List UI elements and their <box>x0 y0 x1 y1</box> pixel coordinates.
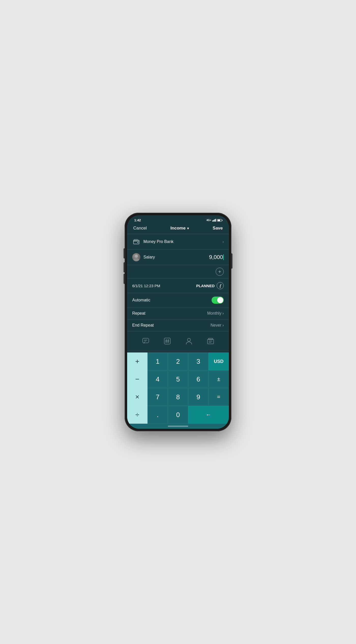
key-0[interactable]: 0 <box>168 406 188 424</box>
category-row[interactable]: Salary 9,000 <box>127 250 229 265</box>
battery-icon <box>217 219 222 222</box>
end-repeat-label: End Repeat <box>132 323 211 328</box>
svg-line-7 <box>166 339 166 343</box>
svg-rect-12 <box>207 339 214 344</box>
automatic-toggle[interactable] <box>212 297 224 304</box>
toggle-knob <box>217 297 223 303</box>
status-time: 1:42 <box>134 218 141 222</box>
add-split-button[interactable]: + <box>216 268 224 276</box>
cancel-button[interactable]: Cancel <box>133 226 147 231</box>
key-4[interactable]: 4 <box>147 370 168 388</box>
network-label: 4G+ <box>206 219 211 222</box>
add-row: + <box>127 265 229 279</box>
clock-icon <box>217 282 224 289</box>
add-key[interactable]: + <box>127 352 147 370</box>
phone-screen: 1:42 4G+ Cancel Income ▾ Save <box>127 215 229 429</box>
currency-key[interactable]: USD <box>209 352 229 370</box>
planned-section[interactable]: PLANNED <box>196 282 224 289</box>
home-indicator <box>127 424 229 429</box>
svg-rect-0 <box>134 240 139 244</box>
automatic-label: Automatic <box>132 298 150 302</box>
end-repeat-value-section: Never › <box>211 323 224 328</box>
subtract-key[interactable]: − <box>127 370 147 388</box>
status-indicators: 4G+ <box>206 219 222 222</box>
nav-bar: Cancel Income ▾ Save <box>127 224 229 234</box>
equals-key[interactable]: = <box>209 388 229 406</box>
account-row[interactable]: Money Pro Bank › <box>127 234 229 250</box>
svg-line-8 <box>168 339 168 343</box>
chevron-down-icon: ▾ <box>187 226 189 230</box>
key-5[interactable]: 5 <box>168 370 188 388</box>
end-repeat-row[interactable]: End Repeat Never › <box>127 319 229 331</box>
plus-icon: + <box>218 269 221 275</box>
repeat-value-section: Monthly › <box>207 311 224 316</box>
end-repeat-value: Never <box>211 323 221 328</box>
key-6[interactable]: 6 <box>188 370 209 388</box>
key-1[interactable]: 1 <box>147 352 168 370</box>
transaction-type-label: Income <box>170 226 186 231</box>
calculator: + 1 2 3 USD − 4 5 6 ± × 7 8 9 = ÷ . 0 ← <box>127 352 229 424</box>
backspace-key[interactable]: ← <box>188 406 229 424</box>
repeat-value: Monthly <box>207 311 221 316</box>
transaction-type-selector[interactable]: Income ▾ <box>170 226 189 231</box>
key-7[interactable]: 7 <box>147 388 168 406</box>
decimal-key[interactable]: . <box>147 406 168 424</box>
repeat-label: Repeat <box>132 311 207 316</box>
date-row[interactable]: 6/1/21 12:23 PM PLANNED <box>127 279 229 293</box>
hash-icon[interactable] <box>162 335 173 347</box>
repeat-chevron: › <box>222 311 224 316</box>
key-2[interactable]: 2 <box>168 352 188 370</box>
category-label: Salary <box>143 255 209 259</box>
phone-frame: 1:42 4G+ Cancel Income ▾ Save <box>125 213 231 431</box>
save-button[interactable]: Save <box>213 226 223 231</box>
sign-key[interactable]: ± <box>209 370 229 388</box>
divide-key[interactable]: ÷ <box>127 406 147 424</box>
date-value: 6/1/21 12:23 PM <box>132 284 160 288</box>
signal-icon <box>212 219 216 222</box>
planned-label: PLANNED <box>196 284 215 288</box>
account-label: Money Pro Bank <box>143 239 221 244</box>
form-section: Money Pro Bank › Salary 9,000 + <box>127 234 229 352</box>
end-repeat-chevron: › <box>222 323 224 328</box>
attachment-icon[interactable] <box>205 335 216 347</box>
automatic-row[interactable]: Automatic <box>127 293 229 308</box>
key-9[interactable]: 9 <box>188 388 209 406</box>
svg-rect-13 <box>209 338 213 340</box>
wallet-icon <box>132 238 140 246</box>
svg-rect-6 <box>164 338 170 344</box>
svg-point-2 <box>137 242 138 243</box>
amount-value: 9,000 <box>209 254 223 260</box>
payee-icon[interactable] <box>183 335 195 347</box>
key-3[interactable]: 3 <box>188 352 209 370</box>
account-chevron: › <box>222 240 224 244</box>
multiply-key[interactable]: × <box>127 388 147 406</box>
category-avatar <box>132 253 140 261</box>
repeat-row[interactable]: Repeat Monthly › <box>127 308 229 319</box>
status-bar: 1:42 4G+ <box>127 215 229 224</box>
text-cursor <box>223 254 224 260</box>
svg-rect-3 <box>143 338 149 343</box>
comment-icon[interactable] <box>140 335 151 347</box>
svg-point-11 <box>187 338 190 341</box>
home-bar <box>168 426 188 427</box>
icon-toolbar <box>127 331 229 351</box>
key-8[interactable]: 8 <box>168 388 188 406</box>
